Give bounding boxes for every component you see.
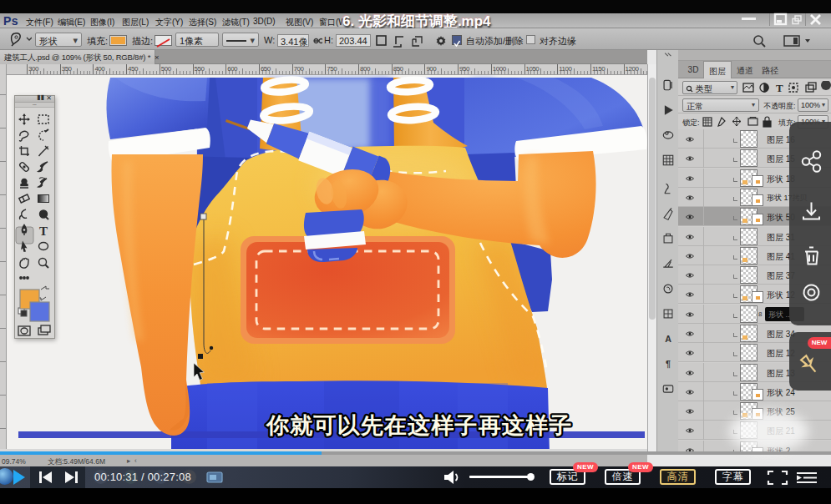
svg-text:T: T xyxy=(39,224,48,238)
svg-text:¶: ¶ xyxy=(666,359,671,369)
svg-text:A: A xyxy=(665,334,671,344)
svg-text:你就可以先在这样子再这样子: 你就可以先在这样子再这样子 xyxy=(266,413,573,438)
svg-text:T: T xyxy=(776,82,783,94)
